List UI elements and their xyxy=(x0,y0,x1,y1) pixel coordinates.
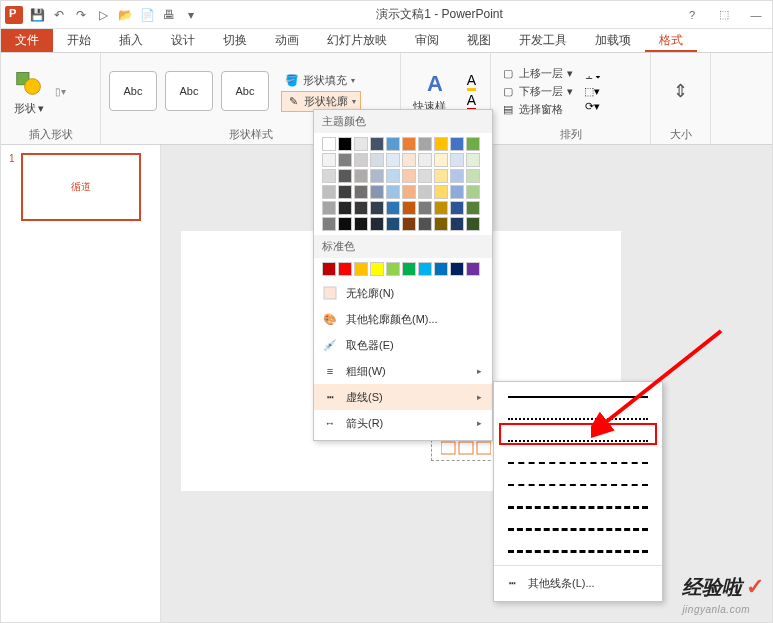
color-swatch[interactable] xyxy=(466,169,480,183)
qat-print-icon[interactable]: 🖶 xyxy=(161,7,177,23)
color-swatch[interactable] xyxy=(338,262,352,276)
help-icon[interactable]: ? xyxy=(680,5,704,25)
color-swatch[interactable] xyxy=(466,153,480,167)
dash-style-round-dot[interactable] xyxy=(494,408,662,430)
color-swatch[interactable] xyxy=(466,217,480,231)
arrows-item[interactable]: ↔ 箭头(R)▸ xyxy=(314,410,492,436)
no-outline-item[interactable]: 无轮廓(N) xyxy=(314,280,492,306)
qat-new-icon[interactable]: 📄 xyxy=(139,7,155,23)
color-swatch[interactable] xyxy=(354,201,368,215)
color-swatch[interactable] xyxy=(386,201,400,215)
color-swatch[interactable] xyxy=(418,137,432,151)
tab-developer[interactable]: 开发工具 xyxy=(505,29,581,52)
tab-format[interactable]: 格式 xyxy=(645,29,697,52)
more-lines-item[interactable]: ┅ 其他线条(L)... xyxy=(494,569,662,597)
color-swatch[interactable] xyxy=(354,137,368,151)
color-swatch[interactable] xyxy=(386,262,400,276)
color-swatch[interactable] xyxy=(450,185,464,199)
color-swatch[interactable] xyxy=(322,262,336,276)
dash-style-dash[interactable] xyxy=(494,452,662,474)
qat-save-icon[interactable]: 💾 xyxy=(29,7,45,23)
color-swatch[interactable] xyxy=(466,137,480,151)
color-swatch[interactable] xyxy=(450,262,464,276)
color-swatch[interactable] xyxy=(338,201,352,215)
color-swatch[interactable] xyxy=(434,137,448,151)
dash-style-long-dash-dot[interactable] xyxy=(494,518,662,540)
color-swatch[interactable] xyxy=(434,153,448,167)
color-swatch[interactable] xyxy=(386,185,400,199)
color-swatch[interactable] xyxy=(354,169,368,183)
color-swatch[interactable] xyxy=(338,153,352,167)
dashes-item[interactable]: ┅ 虚线(S)▸ xyxy=(314,384,492,410)
tab-file[interactable]: 文件 xyxy=(1,29,53,52)
eyedropper-item[interactable]: 💉 取色器(E) xyxy=(314,332,492,358)
color-swatch[interactable] xyxy=(370,137,384,151)
group-icon[interactable]: ⬚▾ xyxy=(585,84,599,98)
color-swatch[interactable] xyxy=(418,153,432,167)
color-swatch[interactable] xyxy=(434,201,448,215)
color-swatch[interactable] xyxy=(466,185,480,199)
tab-review[interactable]: 审阅 xyxy=(401,29,453,52)
dash-style-long-dash-dot-dot[interactable] xyxy=(494,540,662,562)
tab-insert[interactable]: 插入 xyxy=(105,29,157,52)
color-swatch[interactable] xyxy=(402,217,416,231)
shape-style-preset-1[interactable]: Abc xyxy=(109,71,157,111)
qat-slideshow-icon[interactable]: ▷ xyxy=(95,7,111,23)
color-swatch[interactable] xyxy=(338,169,352,183)
color-swatch[interactable] xyxy=(322,153,336,167)
color-swatch[interactable] xyxy=(370,153,384,167)
color-swatch[interactable] xyxy=(450,169,464,183)
shape-style-preset-2[interactable]: Abc xyxy=(165,71,213,111)
size-height-icon[interactable]: ⇕ xyxy=(673,80,688,102)
ribbon-display-icon[interactable]: ⬚ xyxy=(712,5,736,25)
color-swatch[interactable] xyxy=(402,169,416,183)
align-icon[interactable]: ⫠▾ xyxy=(585,69,599,83)
color-swatch[interactable] xyxy=(370,262,384,276)
bring-forward-button[interactable]: ▢上移一层▾ xyxy=(499,65,575,82)
color-swatch[interactable] xyxy=(434,169,448,183)
color-swatch[interactable] xyxy=(450,201,464,215)
color-swatch[interactable] xyxy=(418,169,432,183)
more-outline-colors-item[interactable]: 🎨 其他轮廓颜色(M)... xyxy=(314,306,492,332)
color-swatch[interactable] xyxy=(370,217,384,231)
color-swatch[interactable] xyxy=(322,169,336,183)
color-swatch[interactable] xyxy=(386,153,400,167)
tab-transitions[interactable]: 切换 xyxy=(209,29,261,52)
shape-fill-dropdown[interactable]: 🪣 形状填充▾ xyxy=(281,71,361,90)
color-swatch[interactable] xyxy=(402,137,416,151)
qat-undo-icon[interactable]: ↶ xyxy=(51,7,67,23)
color-swatch[interactable] xyxy=(386,137,400,151)
color-swatch[interactable] xyxy=(402,201,416,215)
qat-redo-icon[interactable]: ↷ xyxy=(73,7,89,23)
color-swatch[interactable] xyxy=(322,137,336,151)
dash-style-long-dash[interactable] xyxy=(494,496,662,518)
color-swatch[interactable] xyxy=(338,217,352,231)
qat-customize-icon[interactable]: ▾ xyxy=(183,7,199,23)
color-swatch[interactable] xyxy=(354,262,368,276)
color-swatch[interactable] xyxy=(370,169,384,183)
color-swatch[interactable] xyxy=(402,262,416,276)
tab-design[interactable]: 设计 xyxy=(157,29,209,52)
send-backward-button[interactable]: ▢下移一层▾ xyxy=(499,83,575,100)
shape-style-preset-3[interactable]: Abc xyxy=(221,71,269,111)
color-swatch[interactable] xyxy=(322,185,336,199)
color-swatch[interactable] xyxy=(434,262,448,276)
color-swatch[interactable] xyxy=(466,262,480,276)
gallery-expand-icon[interactable]: ▯▾ xyxy=(55,86,66,97)
dash-style-solid[interactable] xyxy=(494,386,662,408)
dash-style-square-dot[interactable] xyxy=(494,430,662,452)
color-swatch[interactable] xyxy=(418,201,432,215)
color-swatch[interactable] xyxy=(370,185,384,199)
color-swatch[interactable] xyxy=(370,201,384,215)
tab-animations[interactable]: 动画 xyxy=(261,29,313,52)
color-swatch[interactable] xyxy=(418,217,432,231)
minimize-icon[interactable]: — xyxy=(744,5,768,25)
color-swatch[interactable] xyxy=(338,185,352,199)
color-swatch[interactable] xyxy=(450,217,464,231)
color-swatch[interactable] xyxy=(434,217,448,231)
insert-shape-button[interactable]: 形状▾ xyxy=(9,65,49,118)
color-swatch[interactable] xyxy=(354,153,368,167)
color-swatch[interactable] xyxy=(434,185,448,199)
color-swatch[interactable] xyxy=(338,137,352,151)
color-swatch[interactable] xyxy=(450,153,464,167)
